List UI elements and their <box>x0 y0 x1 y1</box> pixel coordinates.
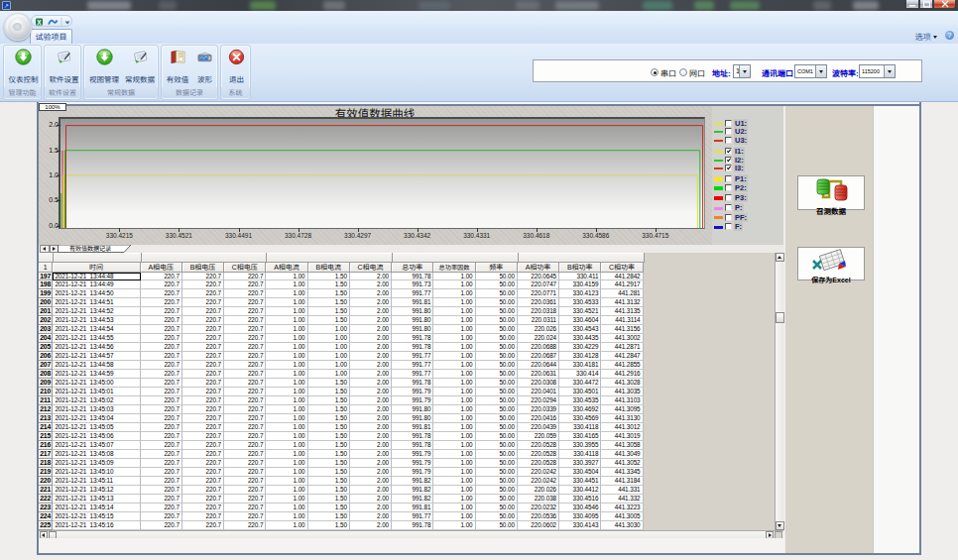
svg-text:有效值数据记录: 有效值数据记录 <box>69 245 111 253</box>
svg-text:X: X <box>37 19 42 26</box>
